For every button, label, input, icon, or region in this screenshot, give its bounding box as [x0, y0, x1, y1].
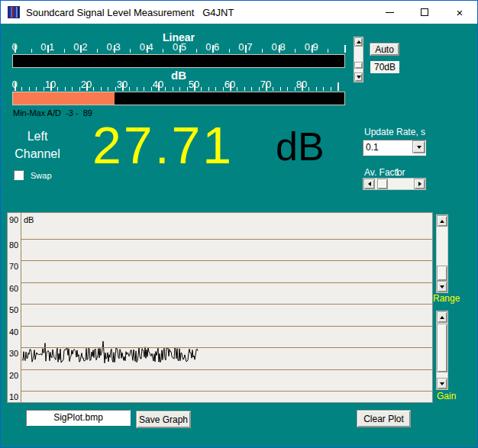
channel-line1: Left: [4, 127, 71, 145]
minor-tick: [79, 87, 80, 91]
major-tick: [194, 82, 195, 91]
maximize-button[interactable]: [407, 1, 442, 24]
minor-tick: [229, 49, 230, 53]
minor-tick: [287, 87, 288, 91]
major-tick: [15, 82, 16, 91]
db-scale-ticks: [1, 82, 357, 91]
minor-tick: [273, 87, 273, 91]
scrollbar-up-button[interactable]: [354, 37, 363, 47]
auto-button[interactable]: Auto: [370, 43, 399, 56]
minor-tick: [163, 49, 163, 53]
filename-input[interactable]: SigPlot.bmp: [26, 410, 131, 426]
major-tick: [47, 45, 49, 53]
minor-tick: [215, 87, 216, 91]
major-tick: [15, 45, 16, 53]
minor-tick: [259, 87, 260, 91]
major-tick: [312, 45, 313, 53]
scrollbar-thumb[interactable]: [437, 324, 447, 372]
linear-scale-ticks: [1, 45, 357, 53]
minor-tick: [97, 49, 98, 53]
level-readout-value: 27.71: [92, 115, 234, 175]
minor-tick: [57, 87, 58, 91]
channel-label: Left Channel: [4, 127, 71, 163]
close-button[interactable]: ×: [442, 1, 477, 24]
minor-tick: [187, 87, 188, 91]
up-arrow-icon: [357, 40, 361, 44]
minimize-button[interactable]: [372, 1, 407, 24]
major-tick: [230, 82, 231, 91]
minmax-ad-readout: Min-Max A/D -3 - 89: [13, 108, 92, 118]
minor-tick: [65, 87, 66, 91]
scrollbar-thumb[interactable]: [354, 62, 363, 69]
minor-tick: [316, 87, 317, 91]
scrollbar-down-button[interactable]: [354, 73, 363, 82]
signal-plot: dB 908070605040302010: [7, 212, 433, 403]
plot-y-label: 80: [9, 240, 21, 250]
minor-tick: [101, 87, 102, 91]
minor-tick: [137, 87, 137, 91]
minor-tick: [179, 87, 180, 91]
minor-tick: [237, 87, 237, 91]
app-window: Soundcard Signal Level Measurement G4JNT…: [0, 0, 478, 448]
update-rate-label: Update Rate, s: [364, 127, 425, 137]
plot-y-label: 40: [9, 327, 21, 337]
scrollbar-down-button[interactable]: [437, 378, 447, 389]
close-icon: ×: [457, 7, 463, 18]
minor-tick: [36, 87, 37, 91]
up-arrow-icon: [440, 220, 444, 223]
linear-level-meter: [12, 54, 345, 68]
minor-tick: [173, 87, 173, 91]
scrollbar-up-button[interactable]: [437, 215, 447, 227]
minor-tick: [115, 87, 116, 91]
minor-tick: [196, 49, 197, 53]
range-label: Range: [433, 293, 460, 304]
meter-range-scrollbar[interactable]: [354, 37, 363, 82]
dropdown-button[interactable]: [412, 140, 425, 153]
minor-tick: [144, 87, 144, 91]
window-title: Soundcard Signal Level Measurement G4JNT: [26, 7, 234, 18]
scrollbar-up-button[interactable]: [437, 311, 447, 323]
plot-y-label: 90: [9, 215, 21, 224]
plot-y-label: 50: [9, 305, 21, 314]
db-level-meter: [12, 92, 345, 105]
chevron-down-icon: [417, 146, 421, 149]
save-graph-button[interactable]: Save Graph: [136, 411, 191, 428]
scrollbar-right-button[interactable]: [414, 179, 425, 189]
title-bar: Soundcard Signal Level Measurement G4JNT…: [1, 1, 477, 24]
plot-gridline: [21, 260, 432, 261]
plot-gridline: [21, 304, 432, 305]
major-tick: [158, 82, 160, 91]
plot-gridline: [21, 239, 432, 240]
swap-checkbox[interactable]: [14, 170, 24, 180]
minor-tick: [44, 87, 44, 91]
scrollbar-thumb[interactable]: [377, 179, 388, 189]
update-rate-dropdown[interactable]: 0.1: [363, 140, 426, 156]
range-scrollbar[interactable]: [436, 214, 448, 293]
scrollbar-down-button[interactable]: [437, 281, 447, 292]
minor-tick: [295, 49, 296, 53]
major-tick: [344, 45, 346, 53]
minor-tick: [280, 87, 281, 91]
av-factor-scrollbar[interactable]: [363, 178, 426, 190]
plot-gridline: [21, 326, 432, 327]
major-tick: [80, 45, 82, 53]
down-arrow-icon: [440, 382, 444, 385]
plot-y-label: 10: [9, 392, 21, 401]
scrollbar-thumb[interactable]: [437, 266, 447, 281]
minor-tick: [331, 87, 331, 91]
left-arrow-icon: [368, 182, 371, 186]
major-tick: [245, 45, 247, 53]
range-70db-button[interactable]: 70dB: [370, 61, 399, 73]
clear-plot-button[interactable]: Clear Plot: [357, 410, 411, 427]
plot-gridline: [21, 369, 432, 370]
minor-tick: [72, 87, 73, 91]
down-arrow-icon: [357, 76, 361, 79]
minor-tick: [201, 87, 202, 91]
gain-scrollbar[interactable]: [436, 311, 448, 390]
right-arrow-icon: [418, 182, 421, 186]
level-readout-unit: dB: [276, 124, 325, 169]
plot-gridline: [21, 282, 432, 283]
major-tick: [114, 45, 115, 53]
scrollbar-left-button[interactable]: [363, 179, 375, 189]
minor-tick: [308, 87, 309, 91]
